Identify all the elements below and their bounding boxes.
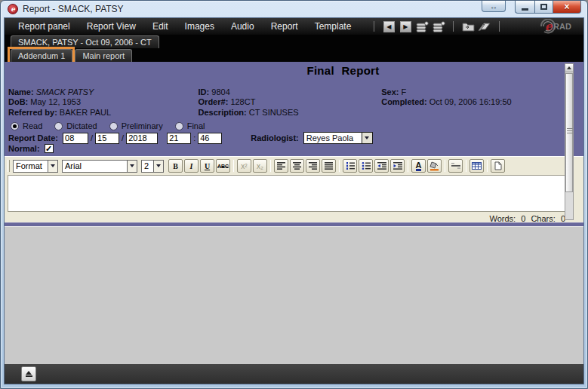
toolbar-separator <box>466 160 466 172</box>
open-folder-icon[interactable] <box>461 20 475 32</box>
report-tab-row: Addendum 1 Main report <box>5 48 583 62</box>
close-button[interactable]: × <box>553 1 581 14</box>
radio-preliminary[interactable]: Preliminary <box>109 121 163 130</box>
eject-panel-button[interactable] <box>21 366 36 381</box>
eject-icon <box>26 371 32 375</box>
radiologist-value: Reyes Paola <box>304 133 362 142</box>
date-month-input[interactable] <box>63 133 88 144</box>
minimize-icon <box>522 8 528 11</box>
study-tab-row: SMACK, PATSY - Oct 09, 2006 - CT <box>5 35 583 48</box>
toolbar-separator <box>374 21 374 32</box>
toolbar-separator <box>339 160 340 172</box>
radio-final-icon[interactable] <box>175 122 183 130</box>
menu-report-panel[interactable]: Report panel <box>18 21 70 32</box>
chars-label: Chars: <box>531 214 555 223</box>
editor-toolbar: Format Arial 2 B I U ABC <box>5 157 583 174</box>
radio-read-label: Read <box>23 121 42 130</box>
horizontal-rule-icon[interactable] <box>448 159 463 173</box>
tab-study[interactable]: SMACK, PATSY - Oct 09, 2006 - CT <box>11 35 159 48</box>
toolbar-separator <box>453 21 454 32</box>
time-minute-input[interactable] <box>198 133 222 144</box>
indent-icon[interactable] <box>390 159 405 173</box>
sex-value: F <box>402 87 407 96</box>
date-day-input[interactable] <box>95 133 119 144</box>
chevron-down-icon[interactable] <box>48 161 57 172</box>
arrow-left-icon[interactable]: ◀ <box>382 20 396 32</box>
menu-images[interactable]: Images <box>185 21 214 32</box>
menu-report-view[interactable]: Report View <box>87 21 136 32</box>
patient-info: Name: SMACK PATSY DoB: May 12, 1953 Refe… <box>8 87 553 118</box>
referred-label: Referred by: <box>8 108 57 117</box>
page-source-icon[interactable] <box>491 159 505 173</box>
scroll-up-icon[interactable] <box>565 64 573 72</box>
radiologist-select[interactable]: Reyes Paola <box>303 132 373 144</box>
superscript-button[interactable]: x² <box>237 159 251 173</box>
underline-button[interactable]: U <box>200 159 214 173</box>
report-header-panel: Final Report Name: SMACK PATSY DoB: May … <box>5 62 583 156</box>
font-color-button[interactable]: A <box>411 159 426 173</box>
toolbar-grip[interactable] <box>8 160 10 172</box>
align-center-icon[interactable] <box>290 159 304 173</box>
report-scroll-region: Final Report Name: SMACK PATSY DoB: May … <box>5 62 583 222</box>
radio-read[interactable]: Read <box>11 121 42 130</box>
chevron-down-icon[interactable] <box>362 133 372 143</box>
order-value: 128CT <box>230 97 255 106</box>
ordered-list-icon[interactable] <box>343 159 357 173</box>
radio-preliminary-icon[interactable] <box>109 122 118 130</box>
align-left-icon[interactable] <box>274 159 288 173</box>
tab-addendum-1[interactable]: Addendum 1 <box>11 49 72 62</box>
restore-size-button[interactable]: ↔ <box>482 1 506 12</box>
maximize-button[interactable] <box>534 1 553 14</box>
align-justify-icon[interactable] <box>322 159 336 173</box>
radio-read-icon[interactable] <box>11 122 19 130</box>
date-year-input[interactable] <box>126 133 158 144</box>
disk-stack-icon[interactable] <box>415 20 429 32</box>
menu-audio[interactable]: Audio <box>231 21 254 32</box>
font-select[interactable]: Arial <box>62 160 137 173</box>
title-bar[interactable]: e Report - SMACK, PATSY ↔ × <box>1 1 587 17</box>
status-radio-group: Read Dictated Preliminary Final <box>11 121 217 130</box>
app-icon: e <box>8 4 18 14</box>
svg-text:RAD: RAD <box>553 22 571 31</box>
insert-table-icon[interactable] <box>469 159 484 173</box>
unordered-list-icon[interactable] <box>359 159 373 173</box>
menu-report[interactable]: Report <box>271 21 298 32</box>
book-icon[interactable] <box>478 20 491 32</box>
format-select[interactable]: Format <box>13 160 58 173</box>
highlight-color-button[interactable] <box>427 159 442 173</box>
menu-edit[interactable]: Edit <box>152 21 168 32</box>
report-text-area[interactable] <box>8 175 565 212</box>
outdent-icon[interactable] <box>374 159 389 173</box>
size-value: 2 <box>142 161 153 170</box>
arrow-right-icon[interactable]: ▶ <box>399 20 412 32</box>
window-title: Report - SMACK, PATSY <box>23 4 124 14</box>
size-select[interactable]: 2 <box>141 160 164 173</box>
normal-row: Normal: ✓ <box>8 144 54 153</box>
menu-template[interactable]: Template <box>315 21 352 32</box>
minimize-button[interactable] <box>515 1 534 14</box>
bold-button[interactable]: B <box>168 159 183 173</box>
radio-dictated[interactable]: Dictated <box>54 121 97 130</box>
normal-checkbox[interactable]: ✓ <box>45 144 54 153</box>
tab-main-report[interactable]: Main report <box>75 49 132 62</box>
radio-final[interactable]: Final <box>175 121 205 130</box>
time-hour-input[interactable] <box>167 133 191 144</box>
radio-dictated-icon[interactable] <box>54 122 63 130</box>
time-separator: : <box>193 133 195 142</box>
align-right-icon[interactable] <box>306 159 320 173</box>
italic-button[interactable]: I <box>184 159 199 173</box>
menu-bar: Report panel Report View Edit Images Aud… <box>5 18 583 35</box>
report-heading: Final Report <box>5 62 583 77</box>
chevron-down-icon[interactable] <box>127 161 137 172</box>
chevron-down-icon[interactable] <box>153 161 163 172</box>
subscript-button[interactable]: x₂ <box>253 159 267 173</box>
toolbar-separator <box>445 160 445 172</box>
toolbar-separator <box>270 160 271 172</box>
date-separator: / <box>91 133 93 142</box>
disk-stack-arrow-icon[interactable] <box>432 20 445 32</box>
scrollbar-thumb[interactable] <box>565 73 573 192</box>
vertical-scrollbar[interactable] <box>565 63 574 220</box>
radio-final-label: Final <box>187 121 205 130</box>
strikethrough-button[interactable]: ABC <box>216 159 230 173</box>
description-label: Description: <box>199 108 247 117</box>
